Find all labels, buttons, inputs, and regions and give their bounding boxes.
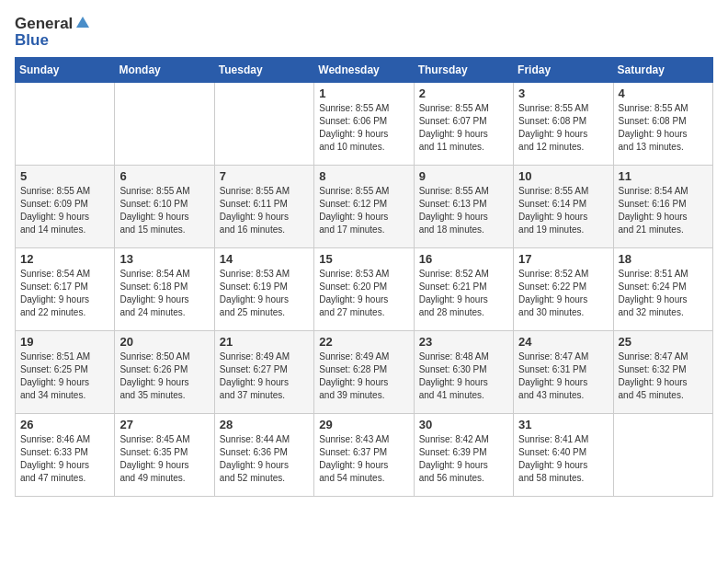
day-number: 24 (518, 335, 608, 349)
day-number: 4 (619, 86, 708, 100)
calendar-cell-0-4: 2Sunrise: 8:55 AM Sunset: 6:07 PM Daylig… (414, 83, 513, 166)
cell-info: Sunrise: 8:52 AM Sunset: 6:21 PM Dayligh… (419, 268, 508, 319)
calendar-cell-4-2: 28Sunrise: 8:44 AM Sunset: 6:36 PM Dayli… (214, 414, 313, 497)
calendar-cell-0-3: 1Sunrise: 8:55 AM Sunset: 6:06 PM Daylig… (314, 83, 414, 166)
day-number: 23 (419, 335, 508, 349)
cell-info: Sunrise: 8:46 AM Sunset: 6:33 PM Dayligh… (20, 433, 109, 485)
day-number: 19 (20, 335, 109, 349)
calendar-cell-4-6 (613, 414, 712, 497)
calendar-cell-1-4: 9Sunrise: 8:55 AM Sunset: 6:13 PM Daylig… (414, 166, 513, 248)
calendar-week-1: 5Sunrise: 8:55 AM Sunset: 6:09 PM Daylig… (16, 166, 713, 248)
cell-info: Sunrise: 8:53 AM Sunset: 6:20 PM Dayligh… (319, 268, 408, 319)
page: General Blue SundayMondayTuesdayWednesda… (0, 0, 728, 511)
day-number: 26 (20, 418, 109, 431)
cell-info: Sunrise: 8:48 AM Sunset: 6:30 PM Dayligh… (419, 350, 508, 402)
cell-info: Sunrise: 8:54 AM Sunset: 6:16 PM Dayligh… (619, 185, 708, 236)
calendar-cell-2-4: 16Sunrise: 8:52 AM Sunset: 6:21 PM Dayli… (414, 248, 513, 331)
weekday-header-sunday: Sunday (16, 58, 115, 83)
weekday-header-monday: Monday (115, 58, 214, 83)
day-number: 12 (20, 252, 109, 266)
calendar-cell-3-5: 24Sunrise: 8:47 AM Sunset: 6:31 PM Dayli… (514, 331, 613, 414)
calendar-cell-3-6: 25Sunrise: 8:47 AM Sunset: 6:32 PM Dayli… (613, 331, 712, 414)
calendar-cell-3-0: 19Sunrise: 8:51 AM Sunset: 6:25 PM Dayli… (16, 331, 115, 414)
day-number: 22 (319, 335, 408, 349)
calendar-cell-2-5: 17Sunrise: 8:52 AM Sunset: 6:22 PM Dayli… (514, 248, 613, 331)
calendar-cell-2-3: 15Sunrise: 8:53 AM Sunset: 6:20 PM Dayli… (314, 248, 414, 331)
cell-info: Sunrise: 8:55 AM Sunset: 6:08 PM Dayligh… (619, 102, 708, 154)
weekday-header-saturday: Saturday (613, 58, 712, 83)
cell-info: Sunrise: 8:53 AM Sunset: 6:19 PM Dayligh… (220, 268, 309, 319)
calendar-cell-3-2: 21Sunrise: 8:49 AM Sunset: 6:27 PM Dayli… (214, 331, 313, 414)
calendar-cell-3-4: 23Sunrise: 8:48 AM Sunset: 6:30 PM Dayli… (414, 331, 513, 414)
weekday-header-thursday: Thursday (414, 58, 513, 83)
cell-info: Sunrise: 8:50 AM Sunset: 6:26 PM Dayligh… (119, 350, 209, 402)
day-number: 30 (419, 418, 508, 431)
calendar-cell-3-1: 20Sunrise: 8:50 AM Sunset: 6:26 PM Dayli… (115, 331, 214, 414)
weekday-header-friday: Friday (514, 58, 613, 83)
day-number: 8 (319, 169, 408, 183)
logo-blue: Blue (15, 31, 91, 50)
weekday-header-tuesday: Tuesday (214, 58, 313, 83)
calendar-header: SundayMondayTuesdayWednesdayThursdayFrid… (16, 58, 713, 83)
calendar-cell-0-1 (115, 83, 214, 166)
calendar-cell-4-0: 26Sunrise: 8:46 AM Sunset: 6:33 PM Dayli… (16, 414, 115, 497)
logo: General Blue (15, 15, 91, 50)
day-number: 27 (119, 418, 209, 431)
cell-info: Sunrise: 8:43 AM Sunset: 6:37 PM Dayligh… (319, 433, 408, 485)
logo-general: General (15, 15, 73, 33)
day-number: 28 (220, 418, 309, 431)
calendar-cell-4-1: 27Sunrise: 8:45 AM Sunset: 6:35 PM Dayli… (115, 414, 214, 497)
calendar-cell-0-6: 4Sunrise: 8:55 AM Sunset: 6:08 PM Daylig… (613, 83, 712, 166)
day-number: 20 (119, 335, 209, 349)
logo-text: General Blue (15, 15, 91, 50)
calendar-cell-1-5: 10Sunrise: 8:55 AM Sunset: 6:14 PM Dayli… (514, 166, 613, 248)
calendar-cell-2-1: 13Sunrise: 8:54 AM Sunset: 6:18 PM Dayli… (115, 248, 214, 331)
calendar-week-0: 1Sunrise: 8:55 AM Sunset: 6:06 PM Daylig… (16, 83, 713, 166)
cell-info: Sunrise: 8:55 AM Sunset: 6:13 PM Dayligh… (419, 185, 508, 236)
calendar-cell-1-2: 7Sunrise: 8:55 AM Sunset: 6:11 PM Daylig… (214, 166, 313, 248)
day-number: 10 (518, 169, 608, 183)
day-number: 31 (518, 418, 608, 431)
day-number: 29 (319, 418, 408, 431)
cell-info: Sunrise: 8:55 AM Sunset: 6:06 PM Dayligh… (319, 102, 408, 154)
day-number: 15 (319, 252, 408, 266)
cell-info: Sunrise: 8:51 AM Sunset: 6:24 PM Dayligh… (619, 268, 708, 319)
day-number: 16 (419, 252, 508, 266)
weekday-header-wednesday: Wednesday (314, 58, 414, 83)
calendar-cell-1-0: 5Sunrise: 8:55 AM Sunset: 6:09 PM Daylig… (16, 166, 115, 248)
cell-info: Sunrise: 8:45 AM Sunset: 6:35 PM Dayligh… (119, 433, 209, 485)
cell-info: Sunrise: 8:47 AM Sunset: 6:31 PM Dayligh… (518, 350, 608, 402)
day-number: 3 (518, 86, 608, 100)
calendar-cell-2-6: 18Sunrise: 8:51 AM Sunset: 6:24 PM Dayli… (613, 248, 712, 331)
day-number: 9 (419, 169, 508, 183)
calendar-cell-2-0: 12Sunrise: 8:54 AM Sunset: 6:17 PM Dayli… (16, 248, 115, 331)
day-number: 11 (619, 169, 708, 183)
calendar-cell-1-3: 8Sunrise: 8:55 AM Sunset: 6:12 PM Daylig… (314, 166, 414, 248)
cell-info: Sunrise: 8:49 AM Sunset: 6:28 PM Dayligh… (319, 350, 408, 402)
cell-info: Sunrise: 8:52 AM Sunset: 6:22 PM Dayligh… (518, 268, 608, 319)
day-number: 1 (319, 86, 408, 100)
cell-info: Sunrise: 8:54 AM Sunset: 6:17 PM Dayligh… (20, 268, 109, 319)
cell-info: Sunrise: 8:55 AM Sunset: 6:14 PM Dayligh… (518, 185, 608, 236)
cell-info: Sunrise: 8:55 AM Sunset: 6:08 PM Dayligh… (518, 102, 608, 154)
day-number: 13 (119, 252, 209, 266)
day-number: 21 (220, 335, 309, 349)
header: General Blue (15, 15, 713, 50)
cell-info: Sunrise: 8:49 AM Sunset: 6:27 PM Dayligh… (220, 350, 309, 402)
calendar-week-4: 26Sunrise: 8:46 AM Sunset: 6:33 PM Dayli… (16, 414, 713, 497)
day-number: 7 (220, 169, 309, 183)
calendar-cell-4-3: 29Sunrise: 8:43 AM Sunset: 6:37 PM Dayli… (314, 414, 414, 497)
day-number: 17 (518, 252, 608, 266)
calendar-cell-0-0 (16, 83, 115, 166)
calendar-cell-0-2 (214, 83, 313, 166)
day-number: 5 (20, 169, 109, 183)
day-number: 18 (619, 252, 708, 266)
calendar-cell-1-6: 11Sunrise: 8:54 AM Sunset: 6:16 PM Dayli… (613, 166, 712, 248)
calendar-cell-4-5: 31Sunrise: 8:41 AM Sunset: 6:40 PM Dayli… (514, 414, 613, 497)
calendar-cell-3-3: 22Sunrise: 8:49 AM Sunset: 6:28 PM Dayli… (314, 331, 414, 414)
cell-info: Sunrise: 8:51 AM Sunset: 6:25 PM Dayligh… (20, 350, 109, 402)
day-number: 25 (619, 335, 708, 349)
cell-info: Sunrise: 8:55 AM Sunset: 6:10 PM Dayligh… (119, 185, 209, 236)
logo-icon (74, 15, 91, 31)
calendar-cell-2-2: 14Sunrise: 8:53 AM Sunset: 6:19 PM Dayli… (214, 248, 313, 331)
